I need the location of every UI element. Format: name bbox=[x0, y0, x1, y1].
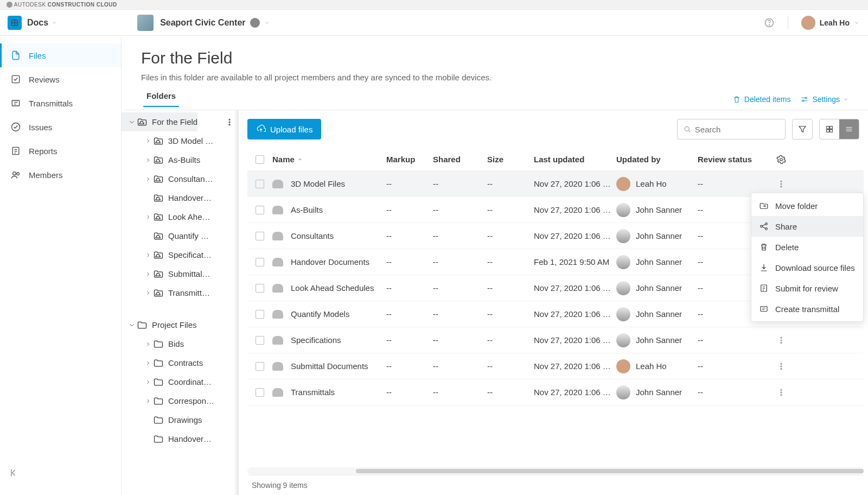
module-icon bbox=[8, 16, 22, 30]
row-checkbox[interactable] bbox=[256, 388, 264, 397]
deleted-items-link[interactable]: Deleted items bbox=[732, 95, 791, 104]
nav-label: Reviews bbox=[29, 75, 60, 84]
sort-asc-icon bbox=[297, 156, 303, 163]
project-name: Seaport Civic Center bbox=[160, 18, 245, 28]
col-markup[interactable]: Markup bbox=[386, 155, 433, 164]
table-row[interactable]: Specifications -- -- -- Nov 27, 2020 1:0… bbox=[247, 327, 864, 353]
tree-item[interactable]: 3D Model … bbox=[122, 131, 238, 150]
row-checkbox[interactable] bbox=[256, 310, 264, 319]
file-name: Transmittals bbox=[291, 388, 335, 397]
project-thumbnail bbox=[137, 15, 154, 31]
nav-reviews[interactable]: Reviews bbox=[0, 67, 121, 91]
row-checkbox[interactable] bbox=[256, 180, 264, 188]
tree-item[interactable]: Coordinat… bbox=[122, 372, 238, 391]
row-more-button[interactable] bbox=[771, 362, 791, 371]
row-more-button[interactable] bbox=[771, 388, 791, 397]
tree-item[interactable]: Submittal… bbox=[122, 264, 238, 283]
svg-point-44 bbox=[781, 389, 782, 390]
search-input[interactable] bbox=[695, 125, 780, 134]
cm-create-transmittal[interactable]: Create transmittal bbox=[751, 299, 863, 319]
nav-transmittals[interactable]: Transmittals bbox=[0, 91, 121, 115]
row-more-button[interactable] bbox=[771, 336, 791, 345]
col-name[interactable]: Name bbox=[272, 155, 386, 164]
settings-link[interactable]: Settings bbox=[800, 95, 848, 104]
list-view-button[interactable] bbox=[839, 119, 859, 139]
row-checkbox[interactable] bbox=[256, 206, 264, 214]
row-checkbox[interactable] bbox=[256, 258, 264, 266]
svg-point-47 bbox=[765, 223, 768, 225]
row-more-button[interactable] bbox=[771, 180, 791, 188]
nav-reports[interactable]: Reports bbox=[0, 139, 121, 163]
help-icon[interactable] bbox=[764, 17, 775, 28]
svg-point-46 bbox=[781, 394, 782, 395]
table-row[interactable]: Transmittals -- -- -- Nov 27, 2020 1:06 … bbox=[247, 379, 864, 405]
avatar bbox=[616, 359, 630, 373]
tree-item[interactable]: Transmitt… bbox=[122, 283, 238, 302]
tree-item[interactable]: Look Ahe… bbox=[122, 207, 238, 226]
tree-item[interactable]: Drawings bbox=[122, 410, 238, 429]
row-checkbox[interactable] bbox=[256, 336, 264, 345]
avatar bbox=[616, 281, 630, 295]
cm-delete[interactable]: Delete bbox=[751, 237, 863, 257]
tree-root-for-the-field[interactable]: For the Field bbox=[122, 112, 197, 131]
svg-point-12 bbox=[229, 121, 230, 122]
svg-point-42 bbox=[781, 365, 782, 366]
page-title: For the Field bbox=[141, 49, 868, 67]
tree-item[interactable]: Contracts bbox=[122, 353, 238, 372]
svg-point-43 bbox=[781, 368, 782, 369]
table-row[interactable]: Submittal Documents -- -- -- Nov 27, 202… bbox=[247, 353, 864, 379]
table-footer: Showing 9 items bbox=[247, 475, 864, 495]
tree-item[interactable]: As-Builts bbox=[122, 150, 238, 169]
col-by[interactable]: Updated by bbox=[616, 155, 698, 164]
cm-share[interactable]: Share bbox=[751, 216, 863, 237]
svg-point-20 bbox=[781, 181, 782, 182]
file-name: As-Builts bbox=[291, 205, 323, 214]
grid-view-button[interactable] bbox=[820, 119, 839, 139]
tree-more-icon[interactable] bbox=[225, 118, 234, 126]
cm-download[interactable]: Download source files bbox=[751, 257, 863, 278]
horizontal-scrollbar[interactable] bbox=[247, 467, 864, 475]
cloud-folder-icon bbox=[272, 310, 283, 319]
col-review[interactable]: Review status bbox=[698, 155, 771, 164]
avatar bbox=[616, 333, 630, 347]
svg-point-8 bbox=[17, 173, 20, 175]
cloud-folder-icon bbox=[272, 284, 283, 293]
nav-label: Files bbox=[29, 51, 46, 60]
row-checkbox[interactable] bbox=[256, 362, 264, 371]
tree-item[interactable]: Bids bbox=[122, 334, 238, 353]
col-shared[interactable]: Shared bbox=[433, 155, 487, 164]
nav-members[interactable]: Members bbox=[0, 163, 121, 187]
nav-issues[interactable]: Issues bbox=[0, 115, 121, 139]
tree-item[interactable]: Handover… bbox=[122, 188, 238, 207]
svg-point-39 bbox=[781, 339, 782, 340]
upload-files-button[interactable]: Upload files bbox=[247, 119, 321, 139]
collapse-nav-icon[interactable] bbox=[9, 467, 20, 478]
avatar bbox=[616, 203, 630, 217]
row-checkbox[interactable] bbox=[256, 284, 264, 293]
brand-bar: AUTODESK CONSTRUCTION CLOUD bbox=[0, 0, 868, 10]
file-name: Specifications bbox=[291, 335, 341, 345]
tab-folders[interactable]: Folders bbox=[143, 91, 179, 107]
module-switcher[interactable]: Docs bbox=[2, 10, 61, 35]
select-all-checkbox[interactable] bbox=[256, 155, 264, 164]
col-settings[interactable] bbox=[771, 155, 791, 164]
tree-item[interactable]: Handover… bbox=[122, 429, 238, 448]
user-menu[interactable]: Leah Ho bbox=[801, 16, 859, 30]
search-box[interactable] bbox=[677, 119, 786, 139]
tree-root-project-files[interactable]: Project Files bbox=[122, 315, 238, 334]
project-picker[interactable]: Seaport Civic Center bbox=[137, 15, 269, 31]
tree-item[interactable]: Consultan… bbox=[122, 169, 238, 188]
cm-submit-review[interactable]: Submit for review bbox=[751, 278, 863, 299]
cm-move-folder[interactable]: Move folder bbox=[751, 195, 863, 216]
tree-item[interactable]: Correspon… bbox=[122, 391, 238, 410]
avatar bbox=[616, 229, 630, 243]
cloud-folder-icon bbox=[272, 336, 283, 345]
row-checkbox[interactable] bbox=[256, 232, 264, 240]
nav-files[interactable]: Files bbox=[0, 43, 121, 67]
tree-item[interactable]: Specificat… bbox=[122, 245, 238, 264]
col-size[interactable]: Size bbox=[487, 155, 534, 164]
tree-item[interactable]: Quantify … bbox=[122, 226, 238, 245]
cloud-folder-icon bbox=[272, 180, 283, 188]
filter-button[interactable] bbox=[792, 119, 813, 139]
col-updated[interactable]: Last updated bbox=[534, 155, 616, 164]
